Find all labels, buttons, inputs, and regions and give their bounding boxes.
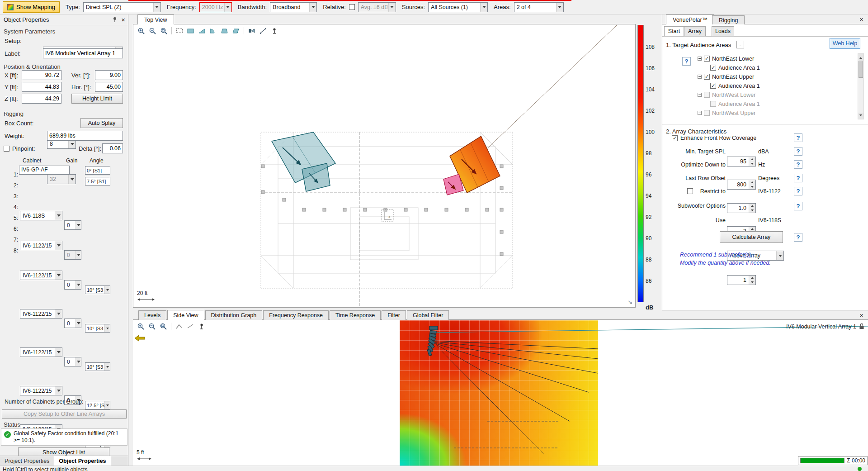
last-row-spinner[interactable]: 1.0: [727, 203, 756, 213]
spin-down-icon[interactable]: [749, 280, 755, 285]
tab-global-filter[interactable]: Global Filter: [407, 310, 449, 320]
chevron-down-icon[interactable]: [68, 139, 75, 148]
corner-arrow-icon[interactable]: ↘: [627, 299, 632, 305]
bandwidth-combo[interactable]: Broadband: [270, 2, 317, 12]
zoom-in-icon[interactable]: [136, 322, 146, 331]
gain-combo[interactable]: 0: [64, 319, 81, 328]
chevron-down-icon[interactable]: [55, 211, 62, 220]
chevron-down-icon[interactable]: [55, 271, 62, 280]
chevron-down-icon[interactable]: [153, 3, 160, 12]
frequency-combo[interactable]: 2000 Hz: [199, 2, 232, 12]
subtab-loads[interactable]: Loads: [712, 26, 734, 36]
chevron-down-icon[interactable]: [75, 281, 81, 289]
auto-splay-button[interactable]: Auto Splay: [80, 118, 123, 128]
gain-combo[interactable]: 0: [64, 280, 81, 290]
chevron-down-icon[interactable]: [388, 3, 396, 12]
pinpoint-checkbox[interactable]: [4, 146, 9, 152]
chevron-down-icon[interactable]: [75, 221, 81, 229]
tree-checkbox[interactable]: [704, 56, 710, 62]
add-parallelogram-area-icon[interactable]: [231, 26, 241, 35]
pinpoint-combo[interactable]: 32: [47, 174, 76, 184]
copy-setup-button[interactable]: Copy Setup to Other Line Arrays: [2, 409, 127, 419]
add-microphone-icon[interactable]: [269, 26, 279, 35]
add-line-icon[interactable]: [258, 26, 268, 35]
tab-distribution-graph[interactable]: Distribution Graph: [205, 310, 263, 320]
cabinet-combo[interactable]: IV6-1122/15: [20, 241, 62, 250]
tree-checkbox[interactable]: [704, 110, 710, 116]
chevron-down-icon[interactable]: [309, 3, 316, 12]
chevron-down-icon[interactable]: [104, 363, 110, 371]
scroll-down-icon[interactable]: [858, 113, 863, 119]
z-input[interactable]: [22, 94, 61, 104]
help-button[interactable]: ?: [794, 187, 802, 195]
relative-combo[interactable]: Avg. ±6 dB: [358, 2, 396, 12]
web-help-button[interactable]: Web Help: [830, 38, 860, 49]
line-array-cabinets[interactable]: [427, 326, 438, 356]
audience-area-shapes[interactable]: [272, 132, 335, 191]
tree-checkbox[interactable]: [704, 92, 710, 98]
cabinet-combo[interactable]: IV6-1122/15: [20, 347, 62, 357]
add-rect-area-icon[interactable]: [186, 26, 196, 35]
tab-filter[interactable]: Filter: [382, 310, 406, 320]
collapse-button[interactable]: -: [736, 41, 744, 48]
add-microphone-icon[interactable]: [197, 322, 207, 331]
zoom-fit-icon[interactable]: [159, 26, 169, 35]
enhance-checkbox[interactable]: [672, 135, 678, 141]
scroll-up-icon[interactable]: [858, 54, 863, 60]
pin-icon[interactable]: [112, 17, 118, 23]
y-input[interactable]: [22, 82, 61, 92]
chevron-down-icon[interactable]: [55, 309, 62, 318]
add-trapezoid-area-icon[interactable]: [220, 26, 230, 35]
chevron-down-icon[interactable]: [75, 251, 81, 259]
chevron-down-icon[interactable]: [55, 241, 62, 250]
help-button[interactable]: ?: [794, 160, 802, 169]
relative-checkbox[interactable]: [349, 4, 355, 10]
spin-up-icon[interactable]: [749, 204, 755, 208]
tree-checkbox[interactable]: [704, 74, 710, 80]
angle-combo[interactable]: 10° [S3: [85, 362, 110, 371]
angle-combo[interactable]: 10° [S3: [85, 324, 110, 333]
close-icon[interactable]: ×: [859, 16, 863, 23]
tree-expander-icon[interactable]: [698, 57, 702, 61]
spin-down-icon[interactable]: [749, 208, 755, 213]
subtab-start[interactable]: Start: [664, 26, 684, 36]
zoom-out-icon[interactable]: [147, 26, 157, 35]
top-view-canvas[interactable]: x 20 ft: [133, 24, 636, 308]
chevron-down-icon[interactable]: [55, 386, 62, 395]
add-speaker-icon[interactable]: [247, 26, 257, 35]
close-icon[interactable]: ×: [121, 16, 125, 23]
add-arc-area-icon[interactable]: [208, 26, 218, 35]
help-button[interactable]: ?: [794, 147, 802, 156]
venue-plan-drawing[interactable]: x: [133, 24, 635, 307]
tree-expander-icon[interactable]: [698, 93, 702, 97]
gain-combo[interactable]: 0: [64, 250, 81, 260]
chevron-down-icon[interactable]: [104, 286, 110, 294]
x-input[interactable]: [22, 70, 61, 80]
hor-input[interactable]: [95, 82, 123, 92]
polyline-tool-icon[interactable]: [174, 322, 184, 331]
tree-item-northeast-upper[interactable]: NorthEast Upper: [698, 73, 754, 81]
gain-combo[interactable]: 0: [64, 357, 81, 366]
cabinet-combo[interactable]: IV6-1122/15: [20, 271, 62, 280]
tree-item-audience-area[interactable]: Audience Area 1: [710, 100, 760, 108]
subtab-array[interactable]: Array: [684, 26, 706, 36]
tree-checkbox[interactable]: [710, 83, 716, 89]
tree-expander-icon[interactable]: [698, 111, 702, 115]
cabinet-combo[interactable]: IV6-1122/15: [20, 386, 62, 395]
cabinet-frame-field[interactable]: IV6-GP-AF: [19, 166, 70, 175]
cabinet-combo[interactable]: IV6-118S: [20, 211, 62, 220]
spin-down-icon[interactable]: [749, 162, 755, 166]
add-triangle-area-icon[interactable]: [197, 26, 207, 35]
areas-combo[interactable]: 2 of 4: [514, 2, 564, 12]
zoom-in-icon[interactable]: [136, 26, 146, 35]
height-limit-button[interactable]: Height Limit: [71, 94, 123, 104]
type-combo[interactable]: Direct SPL (Z): [83, 2, 161, 12]
tab-frequency-response[interactable]: Frequency Response: [263, 310, 329, 320]
tree-checkbox[interactable]: [710, 65, 716, 71]
zoom-fit-icon[interactable]: [158, 322, 168, 331]
chevron-down-icon[interactable]: [104, 401, 110, 409]
spin-up-icon[interactable]: [749, 157, 755, 162]
tab-side-view[interactable]: Side View: [167, 310, 204, 320]
help-button[interactable]: ?: [794, 202, 802, 210]
tree-item-audience-area[interactable]: Audience Area 1: [710, 82, 760, 90]
